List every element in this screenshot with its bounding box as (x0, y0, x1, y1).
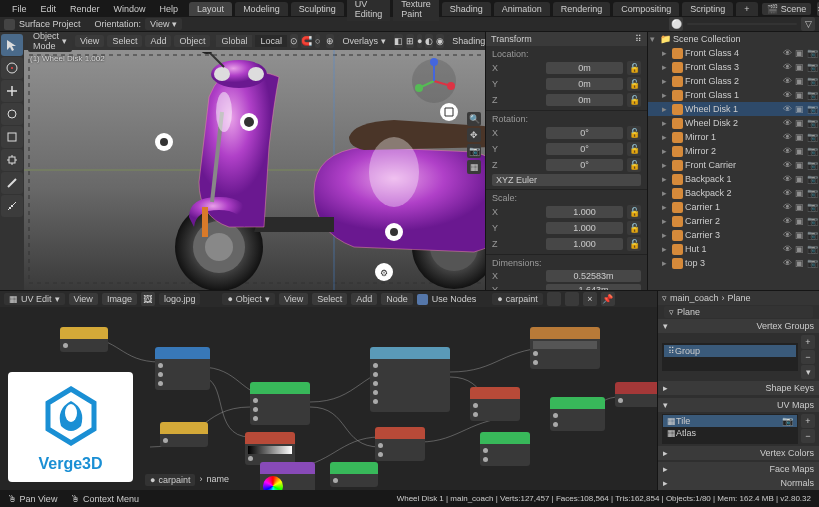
expand-icon[interactable]: ▸ (662, 62, 670, 72)
expand-icon[interactable]: ▸ (662, 118, 670, 128)
shader-mat-crumb[interactable]: ● carpaint (145, 474, 195, 486)
select-icon[interactable]: ▣ (795, 90, 805, 100)
orient-global[interactable]: Global (216, 35, 252, 47)
select-icon[interactable]: ▣ (795, 216, 805, 226)
lock-icon[interactable]: 🔓 (627, 221, 641, 235)
tool-move[interactable] (1, 80, 23, 102)
expand-icon[interactable]: ▸ (662, 90, 670, 100)
node-principled[interactable] (370, 347, 450, 412)
mat-browse-icon[interactable] (547, 292, 561, 306)
expand-icon[interactable]: ▸ (662, 104, 670, 114)
select-icon[interactable]: ▣ (795, 202, 805, 212)
outliner-item[interactable]: ▸top 3👁▣📷 (648, 256, 819, 270)
render-icon[interactable]: 📷 (807, 104, 817, 114)
vertexgroups-header[interactable]: ▾ Vertex Groups (658, 319, 819, 333)
render-icon[interactable]: 📷 (807, 62, 817, 72)
eye-icon[interactable]: 👁 (783, 258, 793, 268)
select-icon[interactable]: ▣ (795, 118, 805, 128)
render-icon[interactable]: 📷 (807, 188, 817, 198)
surface-project-checkbox[interactable] (4, 19, 15, 30)
transform-header[interactable]: Transform⠿ (486, 32, 647, 46)
render-icon[interactable]: 📷 (807, 230, 817, 240)
vg-remove-button[interactable]: − (801, 350, 815, 364)
node-value2[interactable] (160, 422, 208, 447)
viewport-3d[interactable]: Object Mode▾ View Select Add Object Glob… (24, 32, 485, 290)
shading-solid-icon[interactable]: ● (417, 34, 422, 48)
eye-icon[interactable]: 👁 (783, 90, 793, 100)
uvmap-item[interactable]: ▦Atlas (663, 427, 797, 439)
shading-matcap-icon[interactable]: ◐ (425, 34, 433, 48)
tab-scripting[interactable]: Scripting (682, 2, 733, 16)
tab-modeling[interactable]: Modeling (235, 2, 288, 16)
nav-gizmo[interactable] (409, 56, 459, 106)
eye-icon[interactable]: 👁 (783, 174, 793, 184)
tab-uvediting[interactable]: UV Editing (347, 0, 391, 21)
eye-icon[interactable]: 👁 (783, 160, 793, 170)
snap-icon[interactable]: 🧲 (301, 34, 312, 48)
image-icon[interactable]: 🖼 (141, 292, 155, 306)
node-fresnel[interactable] (550, 397, 605, 431)
render-icon[interactable]: 📷 (807, 216, 817, 226)
node-image[interactable] (530, 327, 600, 369)
material-slot[interactable]: ● carpaint (492, 293, 542, 305)
shading-wire-icon[interactable]: ⊞ (406, 34, 414, 48)
expand-icon[interactable]: ▸ (662, 174, 670, 184)
node-colorramp[interactable] (245, 432, 295, 465)
uv-editor-dropdown[interactable]: ▦ UV Edit▾ (4, 293, 65, 305)
select-icon[interactable]: ▣ (795, 174, 805, 184)
shader-editor-dropdown[interactable]: ● Object▾ (222, 293, 274, 305)
eye-icon[interactable]: 👁 (783, 48, 793, 58)
node-normal[interactable] (330, 462, 378, 487)
filter-toggle-icon[interactable]: ▽ (801, 17, 815, 31)
tab-add[interactable]: + (736, 2, 757, 16)
eye-icon[interactable]: 👁 (783, 104, 793, 114)
select-icon[interactable]: ▣ (795, 230, 805, 240)
menu-object[interactable]: Object (174, 35, 210, 47)
rot-z[interactable]: 0° (546, 159, 623, 171)
render-icon[interactable]: 📷 (807, 244, 817, 254)
eye-icon[interactable]: 👁 (783, 118, 793, 128)
outliner-item[interactable]: ▸Backpack 2👁▣📷 (648, 186, 819, 200)
shader-select[interactable]: Select (312, 293, 347, 305)
tool-cursor[interactable] (1, 57, 23, 79)
node-value[interactable] (60, 327, 108, 352)
pin-icon[interactable]: ⠿ (635, 34, 642, 44)
outliner-item[interactable]: ▸Carrier 1👁▣📷 (648, 200, 819, 214)
vg-add-button[interactable]: + (801, 335, 815, 349)
tool-rotate[interactable] (1, 103, 23, 125)
tab-rendering[interactable]: Rendering (553, 2, 611, 16)
orient-local[interactable]: Local (255, 35, 287, 47)
outliner-item[interactable]: ▸Front Glass 1👁▣📷 (648, 88, 819, 102)
expand-icon[interactable]: ▸ (662, 76, 670, 86)
outliner-item[interactable]: ▸Wheel Disk 1👁▣📷 (648, 102, 819, 116)
crumb-data[interactable]: Plane (728, 293, 751, 303)
lock-icon[interactable]: 🔓 (627, 93, 641, 107)
menu-help[interactable]: Help (154, 2, 185, 16)
lock-icon[interactable]: 🔓 (627, 61, 641, 75)
outliner-collection[interactable]: ▾📁Scene Collection (648, 32, 819, 46)
outliner-item[interactable]: ▸Carrier 2👁▣📷 (648, 214, 819, 228)
select-icon[interactable]: ▣ (795, 160, 805, 170)
node-bump[interactable] (480, 432, 530, 466)
node-mix[interactable] (375, 427, 425, 461)
proportional-icon[interactable]: ○ (315, 34, 320, 48)
expand-icon[interactable]: ▸ (662, 48, 670, 58)
node-mapping[interactable] (250, 382, 310, 425)
overlays-dropdown[interactable]: Overlays▾ (337, 35, 391, 47)
render-icon[interactable]: 📷 (807, 118, 817, 128)
tab-texturepaint[interactable]: Texture Paint (393, 0, 439, 21)
render-icon[interactable]: 📷 (807, 146, 817, 156)
expand-icon[interactable]: ▸ (662, 230, 670, 240)
menu-render[interactable]: Render (64, 2, 106, 16)
normals-header[interactable]: ▸ Normals (658, 476, 819, 490)
pivot-icon[interactable]: ⊙ (290, 34, 298, 48)
vg-menu-icon[interactable]: ▾ (801, 365, 815, 379)
mode-dropdown[interactable]: Object Mode▾ (28, 32, 72, 52)
uvmaps-header[interactable]: ▾ UV Maps (658, 398, 819, 412)
image-file[interactable]: logo.jpg (159, 293, 201, 305)
outliner-item[interactable]: ▸Wheel Disk 2👁▣📷 (648, 116, 819, 130)
select-icon[interactable]: ▣ (795, 188, 805, 198)
loc-x[interactable]: 0m (546, 62, 623, 74)
shader-node[interactable]: Node (381, 293, 413, 305)
dim-x[interactable]: 0.52583m (546, 270, 641, 282)
